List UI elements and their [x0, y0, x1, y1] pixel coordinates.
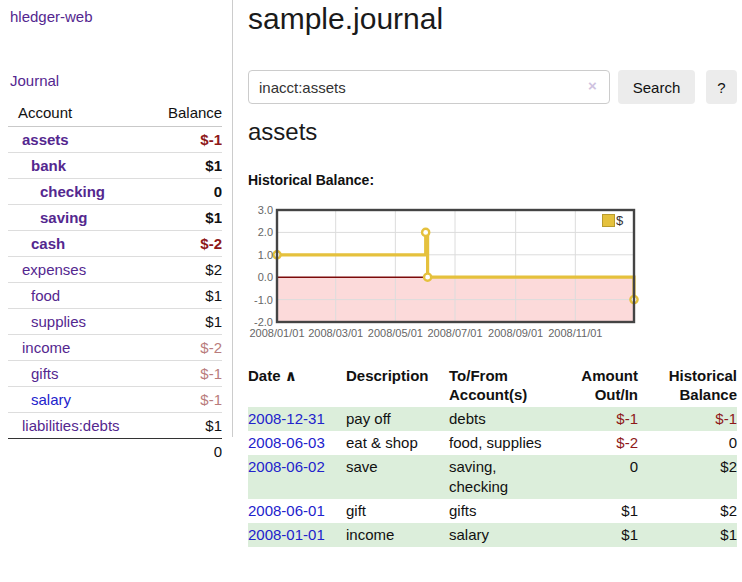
register-amount-cell: $1: [560, 523, 638, 547]
account-link-food[interactable]: food: [31, 287, 60, 304]
help-button[interactable]: ?: [706, 70, 737, 104]
account-balance: $2: [158, 257, 222, 283]
register-balance-cell: $2: [638, 455, 737, 499]
register-row: 2008-06-02savesaving, checking0$2: [248, 455, 737, 499]
clear-search-icon[interactable]: ×: [588, 77, 597, 94]
register-header-date[interactable]: Date ∧: [248, 366, 346, 407]
account-row: food$1: [8, 283, 222, 309]
account-cell: saving: [8, 205, 158, 231]
register-header-row: Date ∧ Description To/From Account(s) Am…: [248, 366, 737, 407]
accounts-total-spacer: [8, 439, 158, 465]
historical-balance-chart: $ 3.02.01.00.0-1.0-2.02008/01/012008/03/…: [248, 200, 742, 350]
sort-ascending-icon: ∧: [285, 367, 297, 384]
account-row: bank$1: [8, 153, 222, 179]
y-axis-tick: 2.0: [248, 225, 273, 239]
register-description-cell: income: [346, 523, 449, 547]
account-balance: $1: [158, 205, 222, 231]
account-cell: checking: [8, 179, 158, 205]
account-balance: $1: [158, 153, 222, 179]
register-header-accounts: To/From Account(s): [449, 366, 560, 407]
sidebar-divider: [232, 0, 233, 437]
account-row: salary$-1: [8, 387, 222, 413]
register-amount-cell: $1: [560, 499, 638, 523]
account-link-assets[interactable]: assets: [22, 131, 69, 148]
account-cell: supplies: [8, 309, 158, 335]
account-link-expenses[interactable]: expenses: [22, 261, 86, 278]
register-balance-cell: $2: [638, 499, 737, 523]
account-link-checking[interactable]: checking: [40, 183, 105, 200]
account-row: saving$1: [8, 205, 222, 231]
accounts-tree: Account Balance assets$-1bank$1checking0…: [8, 100, 222, 464]
register-row: 2008-01-01incomesalary$1$1: [248, 523, 737, 547]
register-amount-cell: $-2: [560, 431, 638, 455]
register-row: 2008-06-01giftgifts$1$2: [248, 499, 737, 523]
account-balance: 0: [158, 179, 222, 205]
chart-legend: $: [602, 213, 623, 228]
account-row: liabilities:debts$1: [8, 413, 222, 439]
register-accounts-cell: debts: [449, 407, 560, 431]
account-balance: $1: [158, 413, 222, 439]
account-link-cash[interactable]: cash: [31, 235, 65, 252]
account-cell: food: [8, 283, 158, 309]
register-header-amount: Amount Out/In: [560, 366, 638, 407]
sidebar-item-journal[interactable]: Journal: [10, 72, 59, 89]
account-link-salary[interactable]: salary: [31, 391, 71, 408]
account-balance: $1: [158, 309, 222, 335]
y-axis-tick: 1.0: [248, 248, 273, 262]
register-description-cell: eat & shop: [346, 431, 449, 455]
account-cell: cash: [8, 231, 158, 257]
register-balance-cell: $1: [638, 523, 737, 547]
transaction-date-link[interactable]: 2008-06-03: [248, 434, 325, 451]
register-description-cell: gift: [346, 499, 449, 523]
account-title: assets: [248, 118, 317, 146]
register-table: Date ∧ Description To/From Account(s) Am…: [248, 366, 737, 547]
account-cell: bank: [8, 153, 158, 179]
transaction-date-link[interactable]: 2008-06-02: [248, 458, 325, 475]
register-amount-cell: $-1: [560, 407, 638, 431]
register-balance-cell: 0: [638, 431, 737, 455]
register-amount-cell: 0: [560, 455, 638, 499]
account-cell: salary: [8, 387, 158, 413]
account-link-saving[interactable]: saving: [40, 209, 88, 226]
account-row: income$-2: [8, 335, 222, 361]
account-balance: $-2: [158, 231, 222, 257]
register-accounts-cell: salary: [449, 523, 560, 547]
register-accounts-cell: gifts: [449, 499, 560, 523]
y-axis-tick: 0.0: [248, 270, 273, 284]
transaction-date-link[interactable]: 2008-06-01: [248, 502, 325, 519]
search-button[interactable]: Search: [618, 70, 695, 104]
account-cell: expenses: [8, 257, 158, 283]
search-input[interactable]: [248, 70, 610, 104]
transaction-date-link[interactable]: 2008-12-31: [248, 410, 325, 427]
transaction-date-link[interactable]: 2008-01-01: [248, 526, 325, 543]
x-axis-tick: 2008/07/01: [420, 327, 490, 339]
account-cell: liabilities:debts: [8, 413, 158, 439]
register-header-description: Description: [346, 366, 449, 407]
page-title: sample.journal: [248, 2, 443, 36]
register-description-cell: save: [346, 455, 449, 499]
account-link-bank[interactable]: bank: [31, 157, 66, 174]
account-link-liabilities-debts[interactable]: liabilities:debts: [22, 417, 120, 434]
account-cell: assets: [8, 127, 158, 153]
legend-swatch-icon: [602, 214, 615, 227]
account-link-gifts[interactable]: gifts: [31, 365, 59, 382]
accounts-header-account: Account: [8, 100, 158, 127]
register-date-cell: 2008-01-01: [248, 523, 346, 547]
account-row: supplies$1: [8, 309, 222, 335]
register-row: 2008-06-03eat & shopfood, supplies$-20: [248, 431, 737, 455]
account-link-supplies[interactable]: supplies: [31, 313, 86, 330]
x-axis-tick: 2008/11/01: [540, 327, 610, 339]
app-title-link[interactable]: hledger-web: [10, 8, 93, 25]
account-row: gifts$-1: [8, 361, 222, 387]
accounts-total-value: 0: [158, 439, 222, 465]
account-link-income[interactable]: income: [22, 339, 70, 356]
account-balance: $-1: [158, 387, 222, 413]
account-balance: $-1: [158, 361, 222, 387]
register-date-cell: 2008-06-03: [248, 431, 346, 455]
account-row: checking0: [8, 179, 222, 205]
register-accounts-cell: saving, checking: [449, 455, 560, 499]
y-axis-tick: -1.0: [248, 293, 273, 307]
account-row: cash$-2: [8, 231, 222, 257]
chart-plot-area: [277, 210, 634, 322]
register-row: 2008-12-31pay offdebts$-1$-1: [248, 407, 737, 431]
